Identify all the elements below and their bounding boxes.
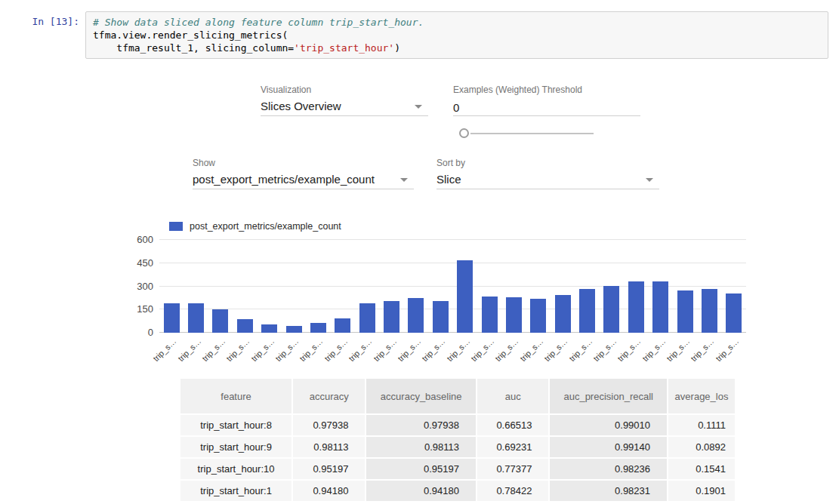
chart-bar[interactable] — [482, 297, 498, 333]
table-cell: 0.0892 — [668, 437, 735, 457]
table-cell: 0.95197 — [366, 459, 476, 479]
table-cell: 0.1901 — [668, 481, 735, 501]
y-axis-tick-label: 450 — [137, 257, 153, 268]
visualization-label: Visualization — [261, 85, 311, 95]
chart-plot: 0150300450600 — [159, 239, 746, 333]
slider-knob[interactable] — [459, 128, 469, 138]
chevron-down-icon[interactable] — [646, 178, 653, 182]
sort-by-value: Slice — [436, 171, 659, 186]
code-line-2: tfma.view.render_slicing_metrics( — [93, 29, 288, 41]
y-axis-tick-label: 0 — [148, 327, 153, 338]
threshold-slider[interactable] — [459, 128, 594, 139]
chart-bar[interactable] — [579, 289, 595, 333]
table-cell: 0.98113 — [366, 437, 476, 457]
table-cell: trip_start_hour:10 — [180, 459, 291, 479]
code-comment: # Show data sliced along feature column … — [93, 17, 424, 28]
table-cell: 0.97938 — [366, 415, 476, 435]
code-cell: In [13]: # Show data sliced along featur… — [0, 11, 839, 59]
chart-bar[interactable] — [286, 326, 302, 333]
table-body: trip_start_hour:80.979380.979380.665130.… — [180, 415, 735, 501]
table-cell: 0.98231 — [550, 481, 667, 501]
table-cell: 0.78422 — [477, 481, 548, 501]
column-header: accuracy — [293, 379, 365, 413]
sort-by-dropdown[interactable]: Slice — [436, 171, 659, 189]
table-cell: 0.94180 — [293, 481, 365, 501]
table-cell: 0.66513 — [477, 415, 548, 435]
table-cell: 0.69231 — [477, 437, 548, 457]
chart-bar[interactable] — [408, 298, 424, 333]
table-cell: trip_start_hour:9 — [180, 437, 291, 457]
table-cell: 0.97938 — [293, 415, 365, 435]
column-header: average_los — [668, 379, 735, 413]
sort-by-label: Sort by — [436, 158, 465, 168]
table-cell: 0.98113 — [293, 437, 365, 457]
code-line-3: tfma_result_1, slicing_column='trip_star… — [93, 42, 400, 54]
threshold-label: Examples (Weighted) Threshold — [453, 85, 582, 95]
chart-bar[interactable] — [726, 293, 742, 333]
chart-bar[interactable] — [164, 303, 180, 333]
chart-bar[interactable] — [506, 297, 522, 333]
legend-swatch — [169, 222, 183, 231]
table-cell: trip_start_hour:1 — [180, 481, 291, 501]
chart-bar[interactable] — [188, 303, 204, 333]
table-row: trip_start_hour:80.979380.979380.665130.… — [180, 415, 735, 435]
table-cell: 0.95197 — [293, 459, 365, 479]
metrics-table: featureaccuracyaccuracy_baselineaucauc_p… — [179, 377, 736, 502]
chart-bar[interactable] — [457, 260, 473, 333]
chart-bar[interactable] — [628, 281, 644, 333]
chart-bar[interactable] — [433, 301, 449, 333]
table-row: trip_start_hour:10.941800.941800.784220.… — [180, 481, 735, 501]
chart-bar[interactable] — [555, 295, 571, 333]
table-cell: 0.1111 — [668, 415, 735, 435]
chart-bar[interactable] — [677, 290, 693, 333]
gridline — [159, 239, 746, 240]
chart-bar[interactable] — [335, 318, 350, 333]
metrics-table-container[interactable]: featureaccuracyaccuracy_baselineaucauc_p… — [179, 377, 736, 504]
chart-bar[interactable] — [384, 301, 399, 333]
table-cell: 0.98236 — [550, 459, 667, 479]
visualization-dropdown[interactable]: Slices Overview — [261, 98, 428, 116]
column-header: auc_precision_recall — [550, 379, 667, 413]
threshold-input[interactable] — [453, 98, 640, 116]
chart-bar[interactable] — [212, 309, 228, 333]
chart-legend: post_export_metrics/example_count — [169, 221, 341, 232]
y-axis-tick-label: 600 — [137, 234, 153, 245]
table-cell: 0.77377 — [477, 459, 548, 479]
legend-label: post_export_metrics/example_count — [190, 221, 341, 232]
table-cell: trip_start_hour:8 — [180, 415, 291, 435]
code-string: 'trip_start_hour' — [294, 42, 394, 54]
table-row: trip_start_hour:100.951970.951970.773770… — [180, 459, 735, 479]
table-cell: 0.99140 — [550, 437, 667, 457]
table-cell: 0.1541 — [668, 459, 735, 479]
y-axis-tick-label: 300 — [137, 280, 153, 291]
show-dropdown[interactable]: post_export_metrics/example_count — [193, 171, 414, 189]
column-header: feature — [180, 379, 291, 413]
chart-bar[interactable] — [702, 289, 717, 333]
column-header: auc — [477, 379, 548, 413]
chart-bar[interactable] — [310, 323, 326, 333]
gridline — [159, 263, 746, 263]
chart-bar[interactable] — [530, 299, 546, 333]
chart-bar[interactable] — [359, 303, 375, 333]
show-label: Show — [193, 158, 215, 168]
show-value: post_export_metrics/example_count — [193, 171, 414, 186]
notebook-page: In [13]: # Show data sliced along featur… — [0, 0, 839, 504]
cell-prompt: In [13]: — [0, 11, 79, 59]
chevron-down-icon[interactable] — [415, 105, 422, 109]
chart-bar[interactable] — [237, 319, 253, 333]
table-header-row: featureaccuracyaccuracy_baselineaucauc_p… — [180, 379, 735, 413]
y-axis-tick-label: 150 — [137, 303, 153, 315]
table-cell: 0.99010 — [550, 415, 667, 435]
chart-bar[interactable] — [652, 281, 668, 333]
chart-bar[interactable] — [261, 324, 277, 333]
visualization-value: Slices Overview — [261, 98, 428, 112]
table-cell: 0.94180 — [366, 481, 476, 501]
chart-bar[interactable] — [603, 286, 619, 333]
column-header: accuracy_baseline — [366, 379, 476, 413]
table-row: trip_start_hour:90.981130.981130.692310.… — [180, 437, 735, 457]
slider-track[interactable] — [470, 133, 594, 134]
chevron-down-icon[interactable] — [400, 178, 408, 182]
chart-x-labels: trip_s…trip_s…trip_s…trip_s…trip_s…trip_… — [159, 337, 746, 374]
code-editor[interactable]: # Show data sliced along feature column … — [85, 11, 828, 59]
